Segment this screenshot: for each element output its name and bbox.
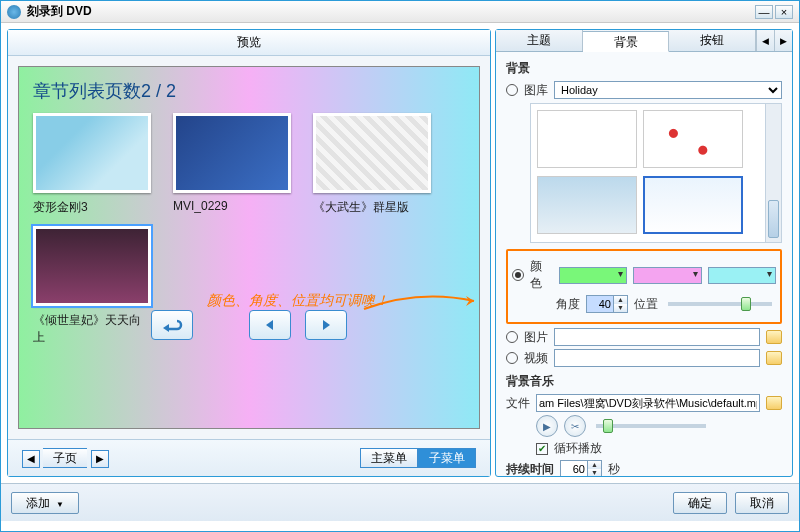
preview-header: 预览 bbox=[8, 30, 490, 56]
thumb-image bbox=[33, 113, 151, 193]
loop-checkbox[interactable]: ✔ bbox=[536, 443, 548, 455]
video-path-input[interactable] bbox=[554, 349, 760, 367]
browse-music-button[interactable] bbox=[766, 396, 782, 410]
gallery-item[interactable] bbox=[537, 110, 637, 168]
music-file-label: 文件 bbox=[506, 395, 530, 412]
gallery-item[interactable] bbox=[537, 176, 637, 234]
preview-pane: 预览 章节列表页数2 / 2 变形金刚3 MVI_0229 《大武生》群星版 bbox=[7, 29, 491, 477]
radio-library[interactable] bbox=[506, 84, 518, 96]
trim-button[interactable]: ✂ bbox=[564, 415, 586, 437]
angle-input[interactable] bbox=[587, 296, 613, 312]
nav-prev-button[interactable] bbox=[249, 310, 291, 340]
spin-down[interactable]: ▼ bbox=[614, 304, 627, 312]
color-label: 颜色 bbox=[530, 258, 553, 292]
tab-scroll-left[interactable]: ◀ bbox=[756, 30, 774, 51]
thumb-image bbox=[33, 226, 151, 306]
spin-down[interactable]: ▼ bbox=[588, 469, 601, 476]
thumb-caption: 变形金刚3 bbox=[33, 199, 151, 216]
library-label: 图库 bbox=[524, 82, 548, 99]
angle-spinner[interactable]: ▲▼ bbox=[586, 295, 628, 313]
duration-input[interactable] bbox=[561, 461, 587, 476]
subpage-label[interactable]: 子页 bbox=[43, 448, 87, 468]
subpage-next-button[interactable]: ▶ bbox=[91, 450, 109, 468]
duration-label: 持续时间 bbox=[506, 461, 554, 477]
annotation-text: 颜色、角度、位置均可调噢！ bbox=[207, 292, 389, 310]
browse-video-button[interactable] bbox=[766, 351, 782, 365]
library-select[interactable]: Holiday bbox=[554, 81, 782, 99]
radio-image[interactable] bbox=[506, 331, 518, 343]
tab-scroll-right[interactable]: ▶ bbox=[774, 30, 792, 51]
thumb-image bbox=[313, 113, 431, 193]
gallery-scrollbar[interactable] bbox=[765, 104, 781, 242]
tab-button[interactable]: 按钮 bbox=[669, 30, 756, 51]
ok-button[interactable]: 确定 bbox=[673, 492, 727, 514]
chapter-thumb[interactable]: 《大武生》群星版 bbox=[313, 113, 431, 216]
nav-return-button[interactable] bbox=[151, 310, 193, 340]
radio-color[interactable] bbox=[512, 269, 524, 281]
video-label: 视频 bbox=[524, 350, 548, 367]
play-button[interactable]: ▶ bbox=[536, 415, 558, 437]
seconds-label: 秒 bbox=[608, 461, 620, 477]
image-path-input[interactable] bbox=[554, 328, 760, 346]
image-label: 图片 bbox=[524, 329, 548, 346]
angle-label: 角度 bbox=[556, 296, 580, 313]
color-swatch-3[interactable] bbox=[708, 267, 776, 284]
nav-next-button[interactable] bbox=[305, 310, 347, 340]
position-label: 位置 bbox=[634, 296, 658, 313]
color-swatch-2[interactable] bbox=[633, 267, 701, 284]
main-menu-tab[interactable]: 主菜单 bbox=[360, 448, 418, 468]
thumb-caption: 《大武生》群星版 bbox=[313, 199, 431, 216]
loop-label: 循环播放 bbox=[554, 440, 602, 457]
menu-toggle-group: 主菜单子菜单 bbox=[360, 448, 476, 468]
chapter-title: 章节列表页数2 / 2 bbox=[33, 79, 465, 103]
music-file-input[interactable] bbox=[536, 394, 760, 412]
duration-spinner[interactable]: ▲▼ bbox=[560, 460, 602, 476]
bg-section-title: 背景 bbox=[506, 60, 782, 77]
app-icon bbox=[7, 5, 21, 19]
spin-up[interactable]: ▲ bbox=[614, 296, 627, 304]
gallery-item[interactable] bbox=[643, 176, 743, 234]
browse-image-button[interactable] bbox=[766, 330, 782, 344]
position-slider[interactable] bbox=[668, 302, 772, 306]
library-gallery bbox=[530, 103, 782, 243]
window-title: 刻录到 DVD bbox=[27, 3, 753, 20]
spin-up[interactable]: ▲ bbox=[588, 461, 601, 469]
thumb-image bbox=[173, 113, 291, 193]
settings-pane: 主题 背景 按钮 ◀ ▶ 背景 图库 Holiday bbox=[495, 29, 793, 477]
radio-video[interactable] bbox=[506, 352, 518, 364]
music-section-title: 背景音乐 bbox=[506, 373, 782, 390]
subpage-prev-button[interactable]: ◀ bbox=[22, 450, 40, 468]
dvd-canvas: 章节列表页数2 / 2 变形金刚3 MVI_0229 《大武生》群星版 bbox=[18, 66, 480, 429]
gallery-item[interactable] bbox=[643, 110, 743, 168]
cancel-button[interactable]: 取消 bbox=[735, 492, 789, 514]
chapter-thumb[interactable]: MVI_0229 bbox=[173, 113, 291, 216]
add-button[interactable]: 添加▼ bbox=[11, 492, 79, 514]
color-swatch-1[interactable] bbox=[559, 267, 627, 284]
minimize-button[interactable]: — bbox=[755, 5, 773, 19]
thumb-caption: MVI_0229 bbox=[173, 199, 291, 213]
subpage-group: ◀ 子页 ▶ bbox=[22, 448, 109, 468]
chapter-thumb[interactable]: 变形金刚3 bbox=[33, 113, 151, 216]
close-button[interactable]: × bbox=[775, 5, 793, 19]
color-highlight-box: 颜色 角度 ▲▼ 位置 bbox=[506, 249, 782, 324]
music-volume-slider[interactable] bbox=[596, 424, 706, 428]
tab-background[interactable]: 背景 bbox=[583, 31, 670, 52]
sub-menu-tab[interactable]: 子菜单 bbox=[418, 448, 476, 468]
tab-theme[interactable]: 主题 bbox=[496, 30, 583, 51]
